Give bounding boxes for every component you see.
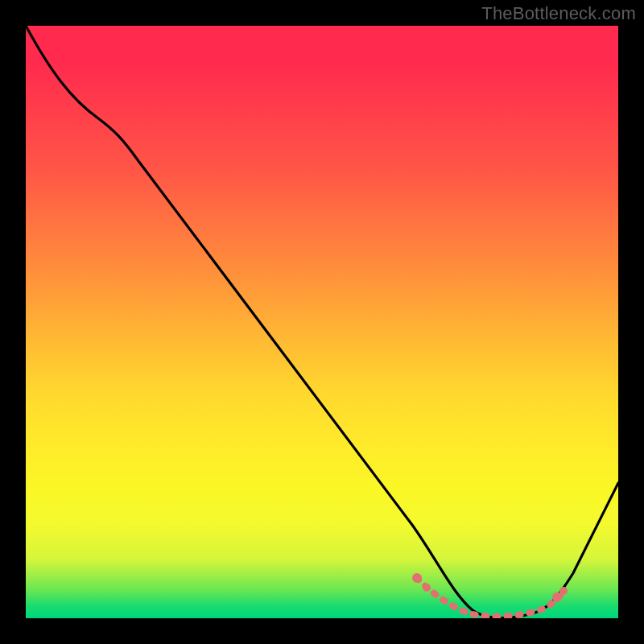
watermark-label: TheBottleneck.com [481,3,636,24]
optimal-region [412,573,568,617]
plot-area [26,26,618,618]
svg-point-2 [552,592,562,602]
svg-point-3 [559,587,568,595]
curve-layer [26,26,618,618]
svg-point-1 [423,584,431,592]
svg-point-0 [412,573,422,583]
bottleneck-curve [26,26,618,618]
chart-frame: TheBottleneck.com [0,0,644,644]
